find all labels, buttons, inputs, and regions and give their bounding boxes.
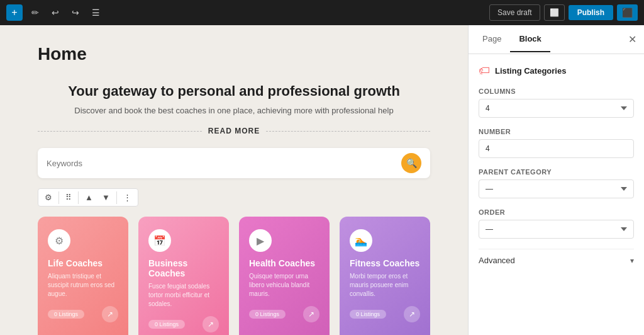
card-footer-health: 0 Listings ↗ xyxy=(249,306,319,322)
number-input[interactable] xyxy=(479,139,634,158)
search-input[interactable] xyxy=(47,159,401,168)
parent-category-select[interactable]: — xyxy=(479,179,634,198)
save-draft-button[interactable]: Save draft xyxy=(489,4,540,21)
tab-block[interactable]: Block xyxy=(510,26,550,52)
block-move-down-button[interactable]: ▼ xyxy=(98,190,114,205)
panel-body: 🏷 Listing Categories COLUMNS 4 1 2 3 NUM… xyxy=(469,54,644,335)
parent-category-field: PARENT CATEGORY — xyxy=(479,168,634,198)
card-footer-life: 0 Listings ↗ xyxy=(48,306,118,322)
toolbar-separator-1 xyxy=(58,191,59,204)
edit-tool-button[interactable]: ✏ xyxy=(28,5,43,20)
list-item: 🏊 Fitness Coaches Morbi tempor eros et m… xyxy=(340,217,430,335)
toolbar-separator-2 xyxy=(78,191,79,204)
block-more-button[interactable]: ⋮ xyxy=(119,190,135,205)
columns-select[interactable]: 4 1 2 3 xyxy=(479,99,634,118)
order-label: ORDER xyxy=(479,208,634,216)
main-layout: Home Your gateway to personal and profes… xyxy=(0,25,644,335)
hero-subtext: Discover and book the best coaches in on… xyxy=(38,106,430,115)
order-select[interactable]: — xyxy=(479,220,634,239)
block-drag-button[interactable]: ⠿ xyxy=(62,190,75,205)
cards-grid: ⚙ Life Coaches Aliquam tristique et susc… xyxy=(38,217,430,335)
read-more-line-left xyxy=(38,131,202,132)
card-listings-life: 0 Listings xyxy=(48,310,84,319)
toolbar-separator-3 xyxy=(116,191,117,204)
card-title-life: Life Coaches xyxy=(48,258,118,268)
list-item: 📅 Business Coaches Fusce feugiat sodales… xyxy=(138,217,229,335)
listing-categories-icon: 🏷 xyxy=(479,64,490,77)
read-more-button[interactable]: READ MORE xyxy=(208,127,260,135)
search-container: 🔍 xyxy=(38,148,430,178)
card-listings-health: 0 Listings xyxy=(249,310,286,319)
undo-button[interactable]: ↩ xyxy=(48,5,63,20)
card-icon-fitness: 🏊 xyxy=(350,229,372,252)
card-desc-health: Quisque tempor urna libero vehicula blan… xyxy=(249,272,319,298)
hero-heading: Your gateway to personal and professiona… xyxy=(38,83,430,99)
chevron-down-icon: ▾ xyxy=(630,256,634,265)
panel-close-button[interactable]: ✕ xyxy=(626,31,639,48)
card-footer-business: 0 Listings ↗ xyxy=(148,316,219,332)
block-settings-button[interactable]: ⚙ xyxy=(41,190,56,205)
card-arrow-business[interactable]: ↗ xyxy=(203,316,219,332)
search-button[interactable]: 🔍 xyxy=(401,153,421,173)
card-arrow-fitness[interactable]: ↗ xyxy=(404,306,420,322)
tab-page[interactable]: Page xyxy=(474,26,510,52)
read-more-line-right xyxy=(266,131,430,132)
list-item: ▶ Health Coaches Quisque tempor urna lib… xyxy=(239,217,330,335)
columns-field: COLUMNS 4 1 2 3 xyxy=(479,88,634,118)
top-toolbar: + ✏ ↩ ↪ ☰ Save draft ⬜ Publish ⬛ xyxy=(0,0,644,25)
settings-button[interactable]: ⬛ xyxy=(617,4,638,21)
read-more-row: READ MORE xyxy=(38,127,430,135)
right-panel: Page Block ✕ 🏷 Listing Categories COLUMN… xyxy=(468,25,644,335)
card-arrow-life[interactable]: ↗ xyxy=(102,306,118,322)
number-label: NUMBER xyxy=(479,128,634,135)
card-icon-health: ▶ xyxy=(249,229,272,252)
parent-category-label: PARENT CATEGORY xyxy=(479,168,634,176)
card-listings-fitness: 0 Listings xyxy=(350,310,386,319)
panel-block-title: Listing Categories xyxy=(495,66,566,76)
publish-button[interactable]: Publish xyxy=(569,5,613,20)
panel-block-header: 🏷 Listing Categories xyxy=(479,64,634,77)
card-title-business: Business Coaches xyxy=(148,258,219,278)
order-field: ORDER — xyxy=(479,208,634,239)
block-toolbar: ⚙ ⠿ ▲ ▼ ⋮ xyxy=(38,188,138,207)
advanced-section[interactable]: Advanced ▾ xyxy=(479,249,634,271)
card-desc-fitness: Morbi tempor eros et mauris posuere enim… xyxy=(350,272,420,298)
redo-button[interactable]: ↪ xyxy=(68,5,83,20)
page-title: Home xyxy=(38,44,430,64)
panel-header: Page Block ✕ xyxy=(469,25,644,54)
card-title-health: Health Coaches xyxy=(249,258,319,268)
add-block-button[interactable]: + xyxy=(6,4,23,21)
card-icon-life: ⚙ xyxy=(48,229,70,252)
card-title-fitness: Fitness Coaches xyxy=(350,258,420,268)
card-footer-fitness: 0 Listings ↗ xyxy=(350,306,420,322)
editor-area: Home Your gateway to personal and profes… xyxy=(0,25,468,335)
hero-section: Your gateway to personal and professiona… xyxy=(38,83,430,135)
list-view-button[interactable]: ☰ xyxy=(88,5,104,20)
block-move-up-button[interactable]: ▲ xyxy=(81,190,97,205)
columns-label: COLUMNS xyxy=(479,88,634,95)
card-icon-business: 📅 xyxy=(148,229,171,252)
advanced-label: Advanced xyxy=(479,256,515,265)
card-listings-business: 0 Listings xyxy=(148,320,185,329)
list-item: ⚙ Life Coaches Aliquam tristique et susc… xyxy=(38,217,128,335)
number-field: NUMBER xyxy=(479,128,634,158)
card-arrow-health[interactable]: ↗ xyxy=(303,306,319,322)
card-desc-life: Aliquam tristique et suscipit rutrum ero… xyxy=(48,272,118,298)
preview-button[interactable]: ⬜ xyxy=(544,4,565,21)
card-desc-business: Fusce feugiat sodales tortor morbi effic… xyxy=(148,282,219,309)
